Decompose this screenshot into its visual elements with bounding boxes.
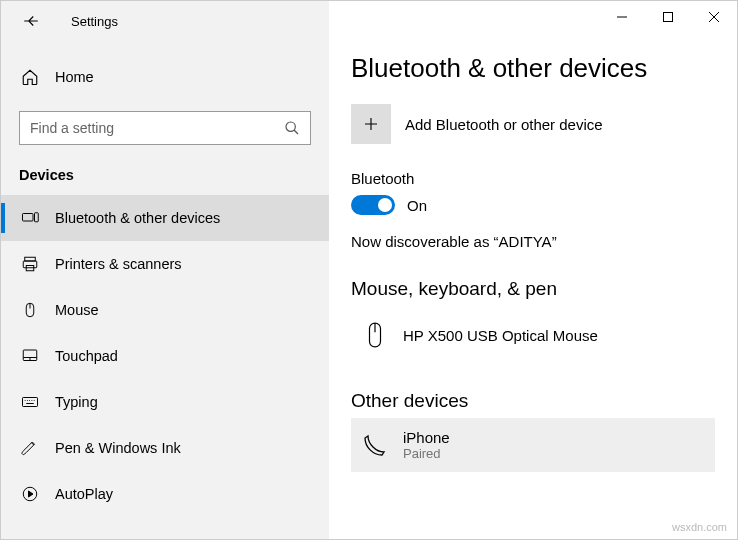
home-icon <box>19 68 41 86</box>
close-button[interactable] <box>691 1 737 33</box>
device-name: HP X500 USB Optical Mouse <box>403 327 598 344</box>
add-device-label: Add Bluetooth or other device <box>405 116 603 133</box>
home-label: Home <box>55 69 94 85</box>
device-text: iPhone Paired <box>403 429 450 461</box>
device-name: iPhone <box>403 429 450 446</box>
bluetooth-toggle[interactable] <box>351 195 395 215</box>
svg-rect-14 <box>664 13 673 22</box>
content-pane: Bluetooth & other devices Add Bluetooth … <box>329 1 737 539</box>
page-title: Bluetooth & other devices <box>351 53 715 84</box>
nav-label: Pen & Windows Ink <box>55 440 181 456</box>
nav-item-pen[interactable]: Pen & Windows Ink <box>1 425 329 471</box>
nav-item-touchpad[interactable]: Touchpad <box>1 333 329 379</box>
svg-rect-11 <box>23 398 38 407</box>
plus-icon <box>351 104 391 144</box>
nav-label: Bluetooth & other devices <box>55 210 220 226</box>
maximize-button[interactable] <box>645 1 691 33</box>
svg-rect-2 <box>35 213 39 222</box>
nav-item-printers[interactable]: Printers & scanners <box>1 241 329 287</box>
section-title: Devices <box>19 167 329 183</box>
mouse-keyboard-heading: Mouse, keyboard, & pen <box>351 278 715 300</box>
touchpad-icon <box>19 347 41 365</box>
navigation-pane: Settings Home Devices Bluetooth & other … <box>1 1 329 539</box>
mouse-icon <box>19 301 41 319</box>
other-devices-heading: Other devices <box>351 390 715 412</box>
device-row-mouse[interactable]: HP X500 USB Optical Mouse <box>351 308 715 362</box>
back-arrow-icon <box>22 12 40 30</box>
search-input[interactable] <box>30 120 284 136</box>
nav-label: Touchpad <box>55 348 118 364</box>
svg-point-0 <box>286 122 295 131</box>
back-button[interactable] <box>19 9 43 33</box>
mouse-device-icon <box>359 321 391 349</box>
nav-label: Mouse <box>55 302 99 318</box>
minimize-button[interactable] <box>599 1 645 33</box>
device-text: HP X500 USB Optical Mouse <box>403 327 598 344</box>
watermark: wsxdn.com <box>672 521 727 533</box>
nav-item-typing[interactable]: Typing <box>1 379 329 425</box>
toggle-state-label: On <box>407 197 427 214</box>
titlebar: Settings <box>1 1 329 41</box>
svg-rect-4 <box>23 261 37 268</box>
nav-item-bluetooth[interactable]: Bluetooth & other devices <box>1 195 329 241</box>
svg-rect-1 <box>23 214 34 222</box>
nav-label: Typing <box>55 394 98 410</box>
nav-item-autoplay[interactable]: AutoPlay <box>1 471 329 517</box>
home-nav-item[interactable]: Home <box>1 57 329 97</box>
search-box[interactable] <box>19 111 311 145</box>
device-status: Paired <box>403 446 450 461</box>
add-device-button[interactable]: Add Bluetooth or other device <box>351 104 715 144</box>
autoplay-icon <box>19 485 41 503</box>
printer-icon <box>19 255 41 273</box>
devices-icon <box>19 209 41 227</box>
phone-icon <box>359 433 391 457</box>
toggle-knob <box>378 198 392 212</box>
nav-list: Bluetooth & other devices Printers & sca… <box>1 195 329 517</box>
app-title: Settings <box>71 14 118 29</box>
nav-item-mouse[interactable]: Mouse <box>1 287 329 333</box>
pen-icon <box>19 439 41 457</box>
svg-rect-3 <box>25 257 36 261</box>
search-icon <box>284 120 300 136</box>
device-row-iphone[interactable]: iPhone Paired <box>351 418 715 472</box>
bluetooth-toggle-row: On <box>351 195 715 215</box>
nav-label: AutoPlay <box>55 486 113 502</box>
window-controls <box>599 1 737 33</box>
nav-label: Printers & scanners <box>55 256 182 272</box>
keyboard-icon <box>19 393 41 411</box>
bluetooth-label: Bluetooth <box>351 170 715 187</box>
discoverable-text: Now discoverable as “ADITYA” <box>351 233 715 250</box>
